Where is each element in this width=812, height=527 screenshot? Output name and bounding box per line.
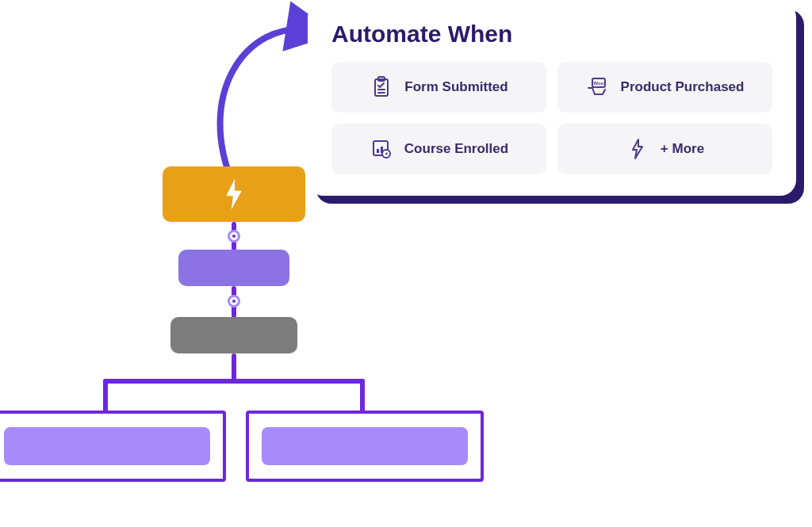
connector-dot [228,230,240,242]
option-more[interactable]: + More [557,124,772,174]
option-label: Course Enrolled [404,141,508,157]
popup-options-grid: Form Submitted Woo Product Purchased [331,62,772,174]
bolt-icon [626,137,649,161]
option-course-enrolled[interactable]: Course Enrolled [331,124,546,174]
option-label: Product Purchased [621,79,745,95]
option-label: + More [661,141,704,157]
outcome-node-right[interactable] [246,411,484,482]
trigger-node[interactable] [163,166,305,222]
option-label: Form Submitted [404,79,508,95]
action-node-1[interactable] [178,250,289,286]
svg-text:Woo: Woo [593,81,603,86]
outcome-inner-bar [4,427,210,465]
branch-line [103,379,365,384]
option-product-purchased[interactable]: Woo Product Purchased [557,62,772,113]
outcome-inner-bar [262,427,468,465]
popup-title: Automate When [331,21,772,48]
outcome-node-left[interactable] [0,411,226,482]
clipboard-check-icon [370,75,393,99]
cart-icon: Woo [586,75,610,99]
connector-line [232,353,236,382]
connector-dot [228,295,240,307]
automate-when-popup: Automate When Form Submitted Woo [308,2,796,196]
branch-line [360,379,365,412]
condition-node[interactable] [170,317,297,353]
branch-line [103,379,108,412]
option-form-submitted[interactable]: Form Submitted [331,62,546,113]
course-icon [370,137,393,161]
svg-rect-7 [377,149,379,153]
bolt-icon [224,178,244,210]
